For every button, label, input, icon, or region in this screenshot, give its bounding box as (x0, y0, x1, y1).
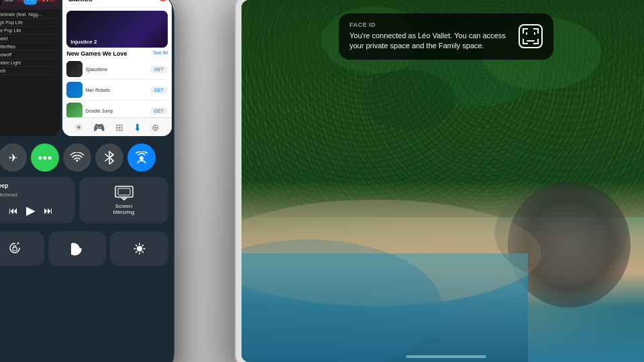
tab-games-icon[interactable]: 🎮 (93, 122, 105, 133)
game-get-btn-1[interactable]: GET (150, 66, 168, 73)
lock-rotation-button[interactable] (0, 231, 44, 266)
games-featured[interactable]: Injustice 2 (66, 11, 168, 48)
list-item[interactable]: 5 Butterflies (0, 43, 58, 51)
music-song-name: Creep (0, 182, 70, 189)
toggles-row: ✈ ●●● (0, 143, 168, 172)
music-playback-controls: ⏮ ▶ ⏭ (0, 203, 70, 218)
music-list: 1 Celebrate (feat. Nigg... 2 High Pop Li… (0, 9, 60, 76)
game-item-1[interactable]: Spacetime GET (66, 59, 168, 80)
game-name-1: Spacetime (85, 67, 147, 72)
tab-updates-icon[interactable]: ⬇ (133, 122, 142, 133)
iphone-app-bar: ♫ Music A App Store (0, 0, 66, 5)
cellular-icon: ●●● (38, 153, 52, 162)
music-app-label: Music (2, 0, 18, 1)
game-get-btn-2[interactable]: GET (150, 86, 168, 94)
apps-area: Season High PLAY SHUFFLE 1 Celebrate (fe… (0, 0, 174, 138)
music-artist-name: Radiohead (0, 192, 70, 198)
face-id-notification: FACE ID You're connected as Léo Vallet. … (339, 13, 553, 60)
face-id-left-dots (526, 32, 527, 35)
list-item[interactable]: 8 Rush (0, 67, 58, 75)
face-id-label: FACE ID (350, 21, 511, 28)
bluetooth-icon (105, 151, 114, 164)
list-item[interactable]: 2 High Pop Life (0, 19, 58, 27)
game-get-btn-3[interactable]: GET (150, 107, 168, 115)
svg-point-4 (137, 246, 142, 251)
controls-grid: Creep Radiohead ⏮ ▶ ⏭ (0, 177, 168, 227)
appstore-app-label: App Store (40, 0, 66, 1)
svg-point-0 (140, 156, 144, 160)
rewind-button[interactable]: ⏮ (9, 205, 18, 216)
list-item[interactable]: 4 Sweet (0, 35, 58, 43)
svg-rect-2 (118, 188, 130, 195)
tab-search-icon[interactable]: ⊕ (152, 122, 160, 133)
appstore-tab-bar: ☀ 🎮 ⊞ ⬇ ⊕ (62, 117, 172, 136)
brightness-button[interactable] (110, 231, 168, 266)
game-item-2[interactable]: Nier Robots GET (66, 80, 168, 101)
music-control-widget[interactable]: Creep Radiohead ⏮ ▶ ⏭ (0, 177, 75, 223)
game-icon-doodle (66, 103, 83, 119)
ipad-screen: FACE ID You're connected as Léo Vallet. … (241, 0, 644, 362)
ipad-device: FACE ID You're connected as Léo Vallet. … (235, 0, 644, 362)
game-icon-nier (66, 82, 83, 98)
svg-rect-3 (13, 247, 17, 251)
brightness-icon (133, 242, 146, 255)
appstore-app-chip[interactable]: A App Store (23, 0, 66, 5)
tab-apps-icon[interactable]: ⊞ (115, 122, 123, 133)
toggle-airplane-mode[interactable]: ✈ (0, 143, 27, 172)
svg-point-12 (494, 186, 628, 280)
iphone-screen: ♫ Music A App Store (0, 0, 174, 362)
game-name-3: Doodle Jump (85, 109, 147, 113)
games-title: Games (68, 0, 93, 3)
tab-today-icon[interactable]: ☀ (74, 122, 83, 133)
games-panel[interactable]: Games 1 Injustice 2 (62, 0, 172, 136)
do-not-disturb-button[interactable] (48, 231, 107, 266)
airplane-icon: ✈ (9, 152, 17, 164)
ipad-home-indicator (406, 355, 486, 358)
list-item[interactable]: 3 The Pop Life (0, 27, 58, 35)
screen-mirroring-icon (115, 186, 133, 200)
screen-mirroring-label: ScreenMirroring (113, 203, 135, 215)
face-id-body: You're connected as Léo Vallet. You can … (350, 31, 511, 52)
game-name-2: Nier Robots (85, 88, 147, 93)
iphone-device: ♫ Music A App Store (0, 0, 174, 362)
airdrop-icon (135, 152, 148, 164)
toggle-bluetooth[interactable] (95, 143, 123, 172)
face-id-right-dots (534, 32, 535, 35)
fast-forward-button[interactable]: ⏭ (44, 205, 53, 216)
games-content: Injustice 2 New Games We Love See All Sp… (62, 8, 172, 124)
music-app-chip[interactable]: ♫ Music (0, 0, 18, 5)
moon-icon (71, 242, 83, 255)
svg-point-8 (362, 70, 455, 129)
wifi-icon (70, 152, 84, 163)
bottom-controls-row (0, 231, 168, 266)
new-games-label: New Games We Love See All (66, 50, 168, 57)
list-item[interactable]: 6 Showoff (0, 51, 58, 59)
games-panel-header: Games 1 (62, 0, 172, 8)
list-item[interactable]: 7 Bindee Light (0, 59, 58, 67)
face-id-corners (523, 28, 539, 44)
toggle-airdrop[interactable] (127, 143, 156, 172)
control-center: ✈ ●●● (0, 138, 174, 362)
toggle-wifi[interactable] (63, 143, 91, 172)
toggle-cellular[interactable]: ●●● (31, 143, 59, 172)
games-badge: 1 (158, 0, 168, 1)
play-pause-button[interactable]: ▶ (26, 203, 36, 218)
games-featured-title: Injustice 2 (70, 39, 97, 45)
face-id-icon (519, 24, 543, 48)
rotation-lock-icon (8, 242, 21, 255)
screen-mirroring-widget[interactable]: ScreenMirroring (79, 177, 168, 223)
game-icon-spacetime (66, 61, 83, 77)
music-panel[interactable]: Season High PLAY SHUFFLE 1 Celebrate (fe… (0, 0, 60, 136)
list-item[interactable]: 1 Celebrate (feat. Nigg... (0, 11, 58, 19)
notification-text-area: FACE ID You're connected as Léo Vallet. … (350, 21, 511, 52)
appstore-app-icon: A (23, 0, 37, 5)
